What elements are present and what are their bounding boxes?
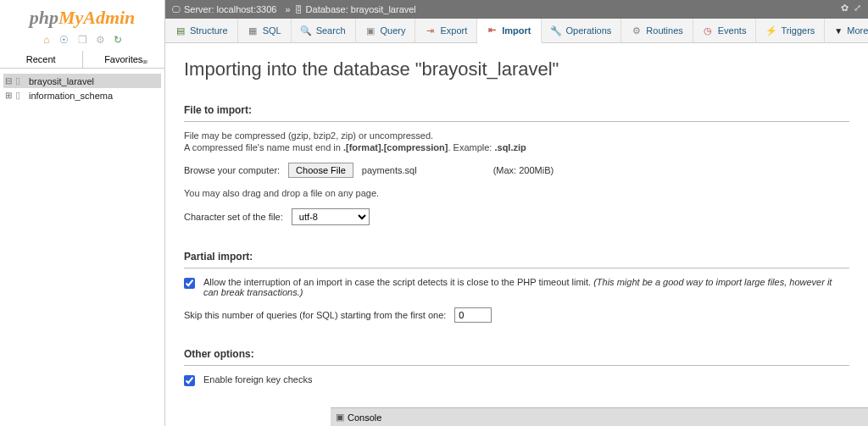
bc-server[interactable]: Server: localhost:3306: [184, 4, 276, 14]
fk-checkbox[interactable]: [184, 375, 195, 386]
events-icon: ◷: [703, 25, 714, 36]
triggers-icon: ⚡: [765, 25, 776, 36]
collapse-icon[interactable]: ⤢: [854, 3, 861, 14]
chosen-file-name: payments.sql: [362, 165, 417, 175]
gear-icon[interactable]: ✿: [841, 3, 849, 14]
reload-icon[interactable]: ↻: [112, 34, 124, 46]
server-icon: 🖵: [172, 5, 181, 14]
routines-icon: ⚙: [631, 25, 642, 36]
tab-operations[interactable]: 🔧Operations: [542, 19, 622, 42]
tab-query[interactable]: ▣Query: [356, 19, 416, 42]
bc-database[interactable]: Database: brayosit_laravel: [306, 4, 416, 14]
drag-hint: You may also drag and drop a file on any…: [184, 188, 849, 198]
search-icon: 🔍: [301, 25, 312, 36]
settings-icon[interactable]: ⚙: [94, 34, 106, 46]
file-hint1: File may be compressed (gzip, bzip2, zip…: [184, 130, 849, 141]
tab-import[interactable]: ⇤Import: [477, 19, 541, 43]
sidebar-tab-favorites[interactable]: Favorites: [83, 51, 165, 68]
choose-file-button[interactable]: Choose File: [288, 163, 353, 178]
tab-sql[interactable]: ▦SQL: [238, 19, 292, 42]
database-icon: 🗄: [294, 5, 303, 14]
home-icon[interactable]: ⌂: [41, 34, 53, 46]
tab-events[interactable]: ◷Events: [693, 19, 757, 42]
tab-search[interactable]: 🔍Search: [292, 19, 356, 42]
file-hint2: A compressed file's name must end in .[f…: [184, 142, 849, 152]
file-heading: File to import:: [184, 99, 849, 122]
db-icon: ▯: [15, 90, 27, 101]
charset-label: Character set of the file:: [184, 212, 283, 222]
db-icon: ▯: [15, 75, 27, 86]
skip-label: Skip this number of queries (for SQL) st…: [184, 310, 446, 320]
tab-export[interactable]: ⇥Export: [415, 19, 477, 42]
export-icon: ⇥: [425, 25, 436, 36]
console-label: Console: [348, 412, 381, 423]
browse-label: Browse your computer:: [184, 165, 280, 175]
skip-input[interactable]: [454, 307, 492, 323]
docs-icon[interactable]: ❐: [76, 34, 88, 46]
query-icon: ▣: [365, 25, 376, 36]
tree-item-brayosit[interactable]: ⊟ ▯ brayosit_laravel: [3, 74, 161, 88]
tree-label: information_schema: [27, 91, 113, 101]
tab-triggers[interactable]: ⚡Triggers: [756, 19, 825, 42]
tab-routines[interactable]: ⚙Routines: [621, 19, 693, 42]
page-title: Importing into the database "brayosit_la…: [184, 58, 849, 80]
sql-icon: ▦: [248, 25, 259, 36]
sidebar-toolbar: ⌂ ☉ ❐ ⚙ ↻: [0, 32, 164, 51]
allow-interrupt-checkbox[interactable]: [184, 278, 195, 289]
console-expand-icon[interactable]: ▣: [336, 412, 344, 423]
main-tabs: ▤Structure ▦SQL 🔍Search ▣Query ⇥Export ⇤…: [165, 19, 868, 43]
tab-structure[interactable]: ▤Structure: [165, 19, 238, 42]
tree-expand-icon[interactable]: ⊞: [5, 91, 15, 100]
charset-select[interactable]: utf-8: [292, 208, 370, 225]
console-bar[interactable]: ▣ Console: [331, 407, 868, 426]
logout-icon[interactable]: ☉: [58, 34, 70, 46]
breadcrumb: 🖵 Server: localhost:3306 » 🗄 Database: b…: [165, 0, 868, 19]
max-size: (Max: 200MiB): [493, 165, 554, 175]
allow-interrupt-label: Allow the interruption of an import in c…: [203, 277, 849, 297]
tree-collapse-icon[interactable]: ⊟: [5, 76, 15, 86]
operations-icon: 🔧: [551, 25, 562, 36]
link-icon[interactable]: ⚭: [141, 56, 149, 68]
caret-down-icon: ▼: [834, 26, 843, 36]
tree-item-infoschema[interactable]: ⊞ ▯ information_schema: [3, 88, 161, 102]
partial-heading: Partial import:: [184, 246, 849, 268]
structure-icon: ▤: [175, 25, 186, 36]
tree-label: brayosit_laravel: [27, 76, 94, 86]
phpmyadmin-logo[interactable]: phpMyAdmin: [0, 0, 164, 32]
fk-label: Enable foreign key checks: [203, 374, 312, 385]
other-heading: Other options:: [184, 343, 849, 366]
db-tree: ⊟ ▯ brayosit_laravel ⊞ ▯ information_sch…: [0, 69, 164, 108]
tab-more[interactable]: ▼More: [825, 19, 868, 42]
sidebar-tab-recent[interactable]: Recent: [0, 51, 83, 68]
import-icon: ⇤: [487, 25, 498, 36]
